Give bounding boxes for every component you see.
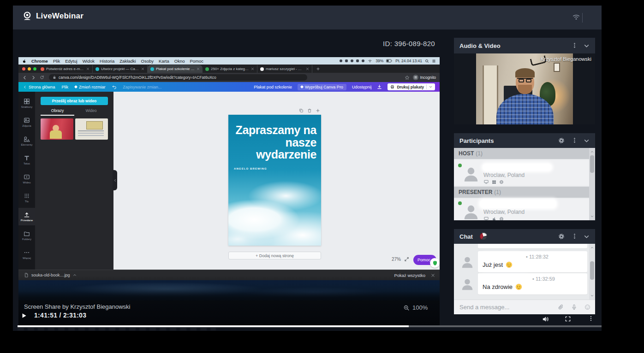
voice-mic-icon[interactable] bbox=[571, 304, 577, 310]
canvas-zoom-control[interactable]: 27% bbox=[392, 257, 409, 262]
close-tab-icon[interactable] bbox=[197, 67, 200, 71]
browser-tab-1[interactable]: Potwierdź adres e-mail - grafika bbox=[38, 65, 93, 73]
zoom-in-icon[interactable] bbox=[403, 305, 410, 311]
canva-home-button[interactable]: Strona główna bbox=[23, 85, 55, 89]
poster-heading[interactable]: Zapraszamy na nasze wydarzenie bbox=[234, 124, 316, 161]
collapse-panel-icon[interactable] bbox=[584, 234, 590, 240]
canva-resize-button[interactable]: Zmień rozmiar bbox=[75, 85, 106, 89]
menubar-item-zakladki[interactable]: Zakładki bbox=[119, 59, 136, 64]
kebab-menu-icon[interactable] bbox=[588, 315, 594, 322]
play-button[interactable] bbox=[21, 312, 27, 319]
browser-tab-2[interactable]: Utwórz projekt — Canva bbox=[93, 65, 148, 73]
rail-item-szablony[interactable]: Szablony bbox=[18, 94, 35, 112]
window-traffic-lights[interactable] bbox=[22, 67, 36, 71]
uploaded-image-1[interactable] bbox=[41, 118, 73, 140]
chat-language-icon[interactable] bbox=[480, 233, 487, 240]
rail-item-zdjecia[interactable]: Zdjęcia bbox=[18, 113, 35, 131]
participant-row-host[interactable]: Wroclaw, Poland bbox=[454, 160, 589, 186]
panel-resize-icon[interactable] bbox=[572, 137, 578, 143]
close-tab-icon[interactable] bbox=[251, 67, 254, 71]
add-page-icon[interactable] bbox=[316, 108, 320, 113]
design-title[interactable]: Plakat pod szkolenie bbox=[254, 85, 292, 89]
menubar-item-widok[interactable]: Widok bbox=[83, 59, 95, 64]
delete-page-icon[interactable] bbox=[307, 108, 312, 113]
rail-item-wideo[interactable]: Wideo bbox=[18, 170, 35, 188]
reload-icon[interactable] bbox=[40, 75, 44, 80]
tab-wideo[interactable]: Wideo bbox=[74, 108, 108, 116]
chat-messages[interactable]: • 11:28:32 Już jest • 11:32:59 Na zdrowi… bbox=[454, 244, 595, 300]
rail-item-elementy[interactable]: Elementy bbox=[18, 132, 35, 150]
scroll-down-icon[interactable] bbox=[590, 294, 594, 297]
download-icon[interactable] bbox=[377, 84, 382, 89]
volume-speaker-icon[interactable] bbox=[542, 315, 549, 323]
back-icon[interactable] bbox=[22, 75, 27, 80]
menubar-list-icon[interactable] bbox=[432, 59, 436, 63]
bookmark-star-icon[interactable] bbox=[405, 75, 410, 80]
participants-scrollbar[interactable] bbox=[589, 148, 595, 220]
collapse-panel-icon[interactable] bbox=[584, 43, 590, 49]
scroll-up-icon[interactable] bbox=[590, 246, 594, 249]
menubar-item-chrome[interactable]: Chrome bbox=[31, 59, 48, 64]
gear-icon[interactable] bbox=[558, 233, 565, 240]
close-tab-icon[interactable] bbox=[141, 67, 144, 71]
close-window-button[interactable] bbox=[22, 67, 25, 71]
close-tab-icon[interactable] bbox=[86, 67, 89, 71]
panel-resize-icon[interactable] bbox=[572, 42, 578, 48]
poster-design[interactable]: Zapraszamy na nasze wydarzenie ANGELO BR… bbox=[228, 115, 321, 246]
chevron-down-icon[interactable] bbox=[429, 85, 432, 88]
gear-icon[interactable] bbox=[558, 137, 565, 144]
close-downloads-icon[interactable] bbox=[431, 273, 435, 277]
share-button[interactable]: Udostępnij bbox=[352, 85, 372, 89]
minimize-window-button[interactable] bbox=[28, 67, 31, 71]
menubar-item-plik[interactable]: Plik bbox=[53, 59, 60, 64]
chevron-up-icon[interactable] bbox=[73, 273, 77, 277]
scrollbar-thumb[interactable] bbox=[590, 155, 594, 173]
menubar-item-karta[interactable]: Karta bbox=[159, 59, 169, 64]
browser-tab-5[interactable]: mariusz szczygieł - Szukaj w G... bbox=[257, 65, 312, 73]
forward-icon[interactable] bbox=[31, 75, 36, 80]
attachment-paperclip-icon[interactable] bbox=[558, 304, 564, 310]
download-item[interactable]: souka-old-book....jpg bbox=[24, 273, 77, 277]
show-all-downloads-link[interactable]: Pokaż wszystko bbox=[394, 273, 425, 278]
menubar-item-osoby[interactable]: Osoby bbox=[141, 59, 154, 64]
screen-share-view[interactable]: Chrome Plik Edytuj Widok Historia Zakład… bbox=[18, 57, 440, 300]
emoji-picker-icon[interactable] bbox=[584, 304, 590, 310]
undo-icon[interactable] bbox=[112, 85, 117, 89]
new-tab-icon[interactable] bbox=[316, 67, 320, 71]
close-tab-icon[interactable] bbox=[306, 67, 309, 71]
participant-row-presenter[interactable]: Wroclaw, Poland bbox=[454, 199, 589, 220]
rail-item-tlo[interactable]: Tło bbox=[18, 189, 35, 206]
scrollbar-thumb[interactable] bbox=[590, 261, 594, 280]
rail-item-wiecej[interactable]: Więcej bbox=[18, 246, 35, 263]
menubar-item-okno[interactable]: Okno bbox=[174, 59, 185, 64]
tab-obrazy[interactable]: Obrazy bbox=[41, 108, 74, 116]
print-posters-button[interactable]: Drukuj plakaty bbox=[388, 83, 435, 90]
expand-icon[interactable] bbox=[404, 257, 409, 262]
spotlight-search-icon[interactable] bbox=[425, 59, 429, 63]
browser-tab-4[interactable]: 250+ Zdjęcia z kategorii Biblio... bbox=[203, 65, 257, 73]
panel-collapse-handle[interactable] bbox=[113, 170, 117, 190]
rail-item-przeslane[interactable]: Przesłane bbox=[18, 208, 35, 225]
duplicate-page-icon[interactable] bbox=[299, 108, 304, 113]
scroll-up-icon[interactable] bbox=[590, 150, 594, 153]
browser-tab-3-active[interactable]: Plakat pod szkolenie - Plakat bbox=[148, 65, 203, 73]
canva-canvas[interactable]: Zapraszamy na nasze wydarzenie ANGELO BR… bbox=[113, 92, 440, 270]
zoom-window-button[interactable] bbox=[33, 67, 36, 71]
add-new-page-button[interactable]: + Dodaj nową stronę bbox=[228, 252, 321, 259]
share-zoom-control[interactable]: 100% bbox=[403, 304, 428, 311]
canva-file-menu[interactable]: Plik bbox=[62, 85, 69, 89]
rail-item-foldery[interactable]: Foldery bbox=[18, 227, 35, 244]
poster-subheading[interactable]: ANGELO BREWING bbox=[234, 167, 321, 170]
menubar-item-historia[interactable]: Historia bbox=[100, 59, 114, 64]
webcam-panel[interactable]: Krzysztof Bieganowski bbox=[454, 53, 595, 124]
rail-item-tekst[interactable]: Tekst bbox=[18, 151, 35, 169]
chat-message-input[interactable] bbox=[454, 304, 542, 311]
collapse-panel-icon[interactable] bbox=[584, 138, 590, 144]
scroll-down-icon[interactable] bbox=[590, 215, 594, 218]
menubar-item-edytuj[interactable]: Edytuj bbox=[65, 59, 77, 64]
upload-media-button[interactable]: Prześlij obraz lub wideo bbox=[41, 97, 108, 105]
safety-shield-badge[interactable] bbox=[430, 258, 440, 268]
uploaded-image-2[interactable] bbox=[75, 118, 108, 140]
panel-resize-icon[interactable] bbox=[572, 233, 578, 239]
chat-scrollbar[interactable] bbox=[589, 244, 595, 300]
